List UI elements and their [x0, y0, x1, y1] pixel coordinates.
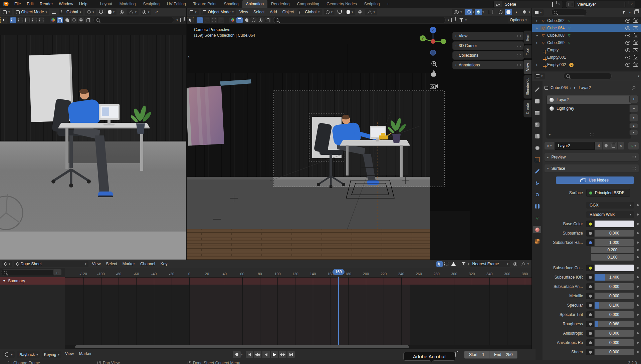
workspace-tab-geometry-nodes[interactable]: Geometry Nodes — [323, 0, 361, 8]
scene-icon[interactable] — [494, 1, 502, 7]
viewport-right-scene[interactable]: Z Y ‹ Camera Perspect — [187, 24, 532, 260]
collection-visibility-icon[interactable] — [450, 17, 457, 23]
material-slot-layar2[interactable]: Layar2 — [547, 95, 631, 104]
filter-icon[interactable] — [458, 17, 465, 23]
outliner-item-empty[interactable]: Empty — [532, 46, 641, 54]
dope-sheet-menu-marker[interactable]: Marker — [120, 262, 138, 266]
viewport-toggle-2-icon[interactable] — [64, 17, 70, 23]
sidebar-tab-tool[interactable]: Tool — [524, 45, 532, 58]
decorator-dot-icon[interactable] — [637, 323, 639, 325]
filter-icon[interactable] — [460, 261, 467, 267]
remove-slot-button[interactable]: − — [629, 104, 638, 112]
new-material-button[interactable] — [610, 142, 617, 149]
snap-magnet-icon[interactable] — [97, 9, 105, 15]
workspace-tab-uv-editing[interactable]: UV Editing — [163, 0, 190, 8]
delete-scene-button[interactable]: × — [556, 2, 563, 7]
timeline-ruler[interactable]: -120-100-80-60-40-2002040608010012014016… — [65, 268, 531, 278]
current-frame-badge[interactable]: 169 — [333, 269, 345, 275]
properties-tab-render[interactable] — [533, 97, 541, 105]
snap-with-dropdown[interactable]: ▾ — [106, 9, 117, 15]
playback-dropdown-keying[interactable]: Keying▾ — [42, 351, 61, 358]
prop-specular[interactable]: Specular0.100 — [545, 302, 639, 309]
gizmos-toggle-icon[interactable] — [465, 9, 472, 15]
viewport-toggle-3-icon[interactable] — [250, 17, 257, 23]
hide-in-viewport-icon[interactable] — [625, 56, 630, 59]
tweak-tool-icon[interactable] — [187, 17, 194, 23]
breadcrumb-object[interactable]: Cube.064 — [551, 85, 568, 90]
viewport-toggle-5-icon[interactable] — [85, 17, 91, 23]
prop-metallic[interactable]: Metallic0.000 — [545, 293, 639, 299]
playhead-line[interactable] — [338, 277, 339, 345]
prop-roughness[interactable]: Roughness0.068 — [545, 321, 639, 327]
shader-select[interactable]: Principled BSDF — [586, 189, 630, 197]
dope-sheet-menu-key[interactable]: Key — [158, 262, 170, 266]
decorator-dot-icon[interactable] — [637, 256, 639, 258]
prop-subsurface-co-[interactable]: Subsurface Co... — [545, 265, 639, 271]
proportional-editing-icon[interactable] — [118, 9, 125, 15]
dope-sheet-timeline[interactable]: -120-100-80-60-40-2002040608010012014016… — [65, 268, 531, 349]
sidebar-tab-blenderkit[interactable]: BlenderKit — [524, 75, 532, 98]
viewport-toggle-3-icon[interactable] — [71, 17, 77, 23]
play-button[interactable] — [270, 351, 278, 358]
properties-editor-type-dropdown[interactable]: ▾ — [534, 73, 545, 79]
viewport-menu-object[interactable]: Object — [280, 10, 297, 14]
decorator-dot-icon[interactable] — [637, 223, 639, 225]
mode-dropdown[interactable]: Object Mode▾ — [14, 9, 49, 15]
material-name-field[interactable]: Layar2 — [555, 142, 595, 150]
properties-tab-object-data[interactable]: ▽ — [533, 214, 541, 222]
channel-swap-button[interactable]: ↔ — [53, 269, 61, 275]
xray-toggle-icon[interactable] — [487, 9, 494, 15]
new-viewlayer-button[interactable] — [622, 2, 628, 7]
select-mode-3-icon[interactable] — [24, 17, 30, 23]
npanel-collections[interactable]: ›Collections — [453, 51, 524, 59]
mode-dropdown[interactable]: Object Mode▾ — [201, 9, 236, 15]
material-preview-icon[interactable] — [50, 17, 56, 23]
tweak-tool-icon[interactable] — [0, 17, 7, 23]
workspace-tab-modeling[interactable]: Modeling — [116, 0, 140, 8]
workspace-tab-compositing[interactable]: Compositing — [293, 0, 323, 8]
snap-mode-dropdown[interactable]: Nearest Frame▾ — [470, 261, 510, 267]
properties-tab-material[interactable] — [533, 226, 541, 233]
frame-start-field[interactable]: Start1 — [464, 351, 489, 358]
viewport-toggle-5-icon[interactable] — [264, 17, 271, 23]
viewlayer-icon[interactable] — [566, 1, 575, 7]
slot-move-up-button[interactable]: ▲ — [629, 123, 638, 128]
decorator-dot-icon[interactable] — [637, 267, 639, 269]
blender-logo-icon[interactable] — [3, 2, 9, 6]
users-count-button[interactable]: 4 — [595, 142, 602, 149]
prop-subsurface-ior[interactable]: Subsurface IOR1.400 — [545, 274, 639, 281]
only-selected-icon[interactable] — [436, 261, 443, 267]
select-mode-3-icon[interactable] — [211, 17, 217, 23]
workspace-tab-animation[interactable]: Animation — [242, 0, 267, 8]
dope-sheet-menu-view[interactable]: View — [89, 262, 103, 266]
scene-name[interactable]: Scene — [502, 2, 549, 7]
prop-sub-value[interactable]: 0.100 — [545, 254, 639, 261]
shading-wireframe-icon[interactable] — [497, 9, 504, 15]
proportional-editing-icon[interactable] — [357, 9, 364, 15]
outliner-item-cube.062[interactable]: ▸▽Cube.062▽ — [532, 17, 641, 24]
properties-tab-object[interactable] — [533, 156, 541, 163]
disable-in-render-icon[interactable] — [633, 56, 638, 59]
transform-gizmo-icon[interactable]: ↗ — [153, 9, 160, 15]
panel-surface[interactable]: ▾ Surface — [545, 164, 639, 172]
properties-options-icon[interactable]: ▾ — [638, 74, 639, 78]
prop-sheen[interactable]: Sheen0.000 — [545, 349, 639, 355]
playback-menu-marker[interactable]: Marker — [76, 351, 94, 358]
panel-preview[interactable]: ▸ Preview — [545, 153, 639, 161]
properties-tab-tool[interactable] — [533, 86, 541, 93]
outliner-filter-icon[interactable] — [620, 9, 627, 16]
snap-magnet-icon[interactable] — [336, 9, 343, 15]
workspace-tab-layout[interactable]: Layout — [96, 0, 116, 8]
npanel-view[interactable]: ›View — [453, 32, 524, 40]
toolbar-chevron-icon[interactable]: ▾ — [176, 18, 178, 22]
mesh-link-dropdown[interactable]: ▽▾ — [628, 142, 639, 149]
shading-rendered-icon[interactable] — [521, 9, 528, 15]
overlays-toggle-icon[interactable] — [475, 9, 482, 15]
npanel-annotations[interactable]: ›Annotations — [453, 61, 524, 69]
fake-user-button[interactable] — [603, 142, 609, 149]
properties-tab-texture[interactable] — [533, 238, 541, 245]
add-workspace-button[interactable]: + — [384, 2, 393, 6]
new-scene-button[interactable] — [549, 2, 556, 7]
prop-anisotropic[interactable]: Anisotropic0.000 — [545, 330, 639, 337]
select-mode-4-icon[interactable] — [31, 17, 37, 23]
